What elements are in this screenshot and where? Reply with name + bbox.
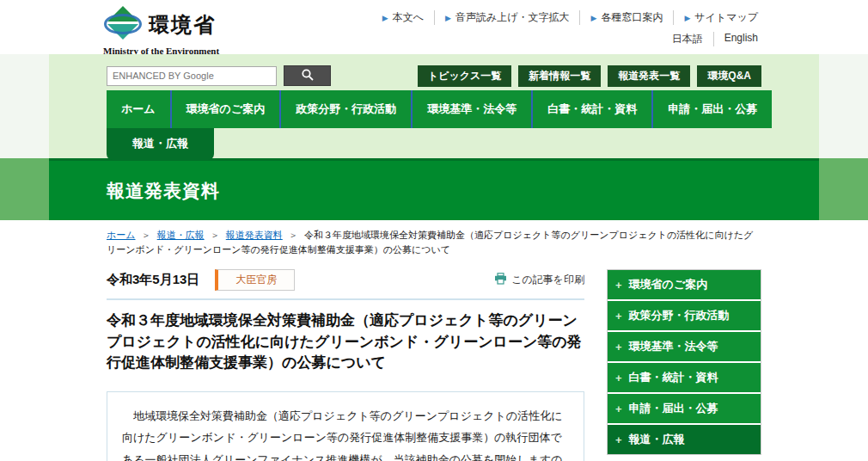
breadcrumb-press-materials[interactable]: 報道発表資料 [226,230,283,240]
sidebar-item-whitepapers[interactable]: + 白書・統計・資料 [608,363,761,394]
nav-tab-press[interactable]: 報道・広報 [107,128,214,160]
link-contact-info[interactable]: ▶ 各種窓口案内 [580,10,674,25]
main-navigation: ホーム 環境省のご案内 政策分野・行政活動 環境基準・法令等 白書・統計・資料 … [107,90,819,160]
env-qa-button[interactable]: 環境Q&A [697,65,761,87]
article: 令和3年5月13日 大臣官房 この記事を印刷 令和３年度地域環境保全対策費補助金… [107,269,584,461]
link-sitemap[interactable]: ▶ サイトマップ [674,10,758,25]
site-header: 環境省 Ministry of the Environment ▶ 本文へ ▶ … [0,0,868,54]
lang-japanese[interactable]: 日本語 [662,32,714,46]
print-article-link[interactable]: この記事を印刷 [494,273,584,287]
plus-icon: + [615,310,622,323]
sidebar-item-applications[interactable]: + 申請・届出・公募 [608,394,761,425]
page-title: 報道発表資料 [107,179,220,203]
ministry-logo[interactable]: 環境省 Ministry of the Environment [103,5,232,56]
nav-tab-whitepapers[interactable]: 白書・統計・資料 [531,90,651,128]
header-green-zone: トピックス一覧 新着情報一覧 報道発表一覧 環境Q&A ホーム 環境省のご案内 … [0,54,868,158]
arrow-icon: ▶ [445,14,451,22]
article-title: 令和３年度地域環境保全対策費補助金（適応プロジェクト等のグリーンプロジェクトの活… [107,310,584,374]
printer-icon [494,273,511,287]
nav-tab-home[interactable]: ホーム [107,90,170,128]
arrow-icon: ▶ [382,14,388,22]
search-button[interactable] [284,65,331,86]
link-to-main-text[interactable]: ▶ 本文へ [372,10,435,25]
sidebar-item-policy[interactable]: + 政策分野・行政活動 [608,301,761,332]
breadcrumb-home[interactable]: ホーム [107,230,136,240]
category-badge: 大臣官房 [215,269,295,291]
ministry-logo-icon [103,5,143,45]
lang-english[interactable]: English [714,32,758,46]
nav-tab-about[interactable]: 環境省のご案内 [170,90,280,128]
breadcrumb-separator: ＞ [211,230,220,240]
sidebar-item-about[interactable]: + 環境省のご案内 [608,270,761,301]
topics-list-button[interactable]: トピックス一覧 [418,65,511,87]
link-voice-textsize[interactable]: ▶ 音声読み上げ・文字拡大 [435,10,580,25]
whats-new-list-button[interactable]: 新着情報一覧 [518,65,601,87]
nav-tab-applications[interactable]: 申請・届出・公募 [651,90,772,128]
sidebar-item-standards[interactable]: + 環境基準・法令等 [608,332,761,363]
plus-icon: + [615,403,622,415]
sidebar-menu: + 環境省のご案内 + 政策分野・行政活動 + 環境基準・法令等 + 白書・統計… [607,269,761,455]
main-content: ホーム ＞ 報道・広報 ＞ 報道発表資料 ＞ 令和３年度地域環境保全対策費補助金… [107,228,761,461]
breadcrumb-press[interactable]: 報道・広報 [157,230,205,240]
press-release-list-button[interactable]: 報道発表一覧 [608,65,690,87]
plus-icon: + [615,372,622,384]
article-date: 令和3年5月13日 [107,272,199,288]
nav-tab-policy[interactable]: 政策分野・行政活動 [279,90,411,128]
language-switcher: 日本語 English [662,32,758,46]
search-input[interactable] [107,66,277,86]
divider [107,298,584,300]
plus-icon: + [615,433,622,446]
article-summary-text: 地域環境保全対策費補助金（適応プロジェクト等のグリーンプロジェクトの活性化に向け… [122,405,569,461]
plus-icon: + [615,341,622,353]
print-label: この記事を印刷 [511,273,584,287]
quick-buttons: トピックス一覧 新着情報一覧 報道発表一覧 環境Q&A [418,65,761,87]
article-summary-box: 地域環境保全対策費補助金（適応プロジェクト等のグリーンプロジェクトの活性化に向け… [107,391,584,461]
plus-icon: + [615,279,622,292]
nav-tab-standards[interactable]: 環境基準・法令等 [411,90,531,128]
breadcrumb-separator: ＞ [142,230,151,240]
breadcrumb: ホーム ＞ 報道・広報 ＞ 報道発表資料 ＞ 令和３年度地域環境保全対策費補助金… [107,228,761,257]
arrow-icon: ▶ [590,14,596,22]
breadcrumb-separator: ＞ [289,230,298,240]
arrow-icon: ▶ [684,14,690,22]
logo-title: 環境省 [149,11,216,39]
page-banner: 報道発表資料 [0,158,868,220]
sidebar-item-press[interactable]: + 報道・広報 [608,425,761,454]
utility-links: ▶ 本文へ ▶ 音声読み上げ・文字拡大 ▶ 各種窓口案内 ▶ サイトマップ [372,10,758,25]
search-icon [301,68,315,84]
